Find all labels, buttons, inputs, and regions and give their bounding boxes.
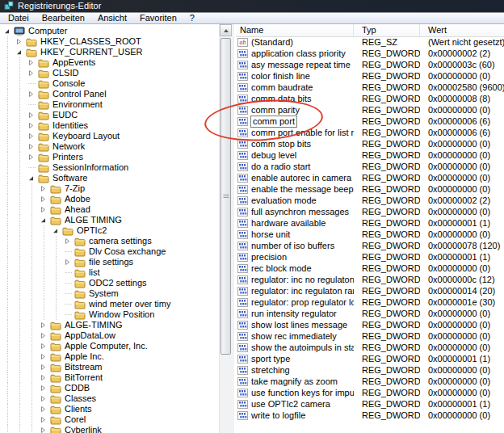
tree-item[interactable]: Ahead xyxy=(2,204,219,215)
expander-expanded-icon[interactable] xyxy=(26,173,38,183)
tree-item[interactable]: Clients xyxy=(2,404,219,414)
tree-item[interactable]: ALGE TIMING xyxy=(2,215,219,225)
list-row[interactable]: run intensity regulatorREG_DWORD0x000000… xyxy=(236,308,504,319)
list-row[interactable]: application class priorityREG_DWORD0x000… xyxy=(236,48,504,59)
tree-item[interactable]: CLSID xyxy=(2,68,219,78)
expander-collapsed-icon[interactable] xyxy=(26,131,38,141)
expander-collapsed-icon[interactable] xyxy=(14,36,26,47)
expander-collapsed-icon[interactable] xyxy=(38,320,50,330)
expander-expanded-icon[interactable] xyxy=(14,47,26,57)
tree-item[interactable]: Identities xyxy=(2,120,219,131)
tree-item[interactable]: Software xyxy=(2,173,219,183)
expander-collapsed-icon[interactable] xyxy=(38,204,50,215)
expander-collapsed-icon[interactable] xyxy=(62,257,74,267)
list-row[interactable]: use OPTIc2 cameraREG_DWORD0x00000001 (1) xyxy=(236,398,504,410)
menu-item-ansicht[interactable]: Ansicht xyxy=(91,13,133,23)
expander-collapsed-icon[interactable] xyxy=(38,351,50,362)
tree-item[interactable]: System xyxy=(2,288,219,299)
expander-collapsed-icon[interactable] xyxy=(62,236,74,246)
column-header-wert[interactable]: Wert xyxy=(420,24,504,36)
tree-item[interactable]: ODC2 settings xyxy=(2,278,219,288)
tree-item[interactable]: EUDC xyxy=(2,110,219,120)
tree-item[interactable]: AppDataLow xyxy=(2,330,219,341)
tree-item[interactable]: OPTIc2 xyxy=(2,225,219,236)
expander-collapsed-icon[interactable] xyxy=(26,152,38,162)
expander-expanded-icon[interactable] xyxy=(50,225,62,236)
tree-item[interactable]: AppEvents xyxy=(2,57,219,68)
list-row[interactable]: comm stop bitsREG_DWORD0x00000000 (0) xyxy=(236,138,504,149)
column-header-name[interactable]: Name xyxy=(236,24,354,36)
list-row[interactable]: comm port enable for list resultsREG_DWO… xyxy=(236,127,504,138)
column-header-typ[interactable]: Typ xyxy=(354,24,420,36)
tree-item[interactable]: BitTorrent xyxy=(2,372,219,383)
expander-collapsed-icon[interactable] xyxy=(38,393,50,404)
tree-item[interactable]: SessionInformation xyxy=(2,162,219,173)
tree-item[interactable]: Dlv Cosa exchange xyxy=(2,246,219,257)
tree-item[interactable]: 7-Zip xyxy=(2,183,219,194)
tree-item[interactable]: ALGE-TIMING xyxy=(2,320,219,330)
tree-item[interactable]: camera settings xyxy=(2,236,219,246)
list-row[interactable]: precisionREG_DWORD0x00000001 (1) xyxy=(236,251,504,263)
expander-expanded-icon[interactable] xyxy=(2,26,14,36)
list-row[interactable]: show the autoimpuls in start dial...REG_… xyxy=(236,342,504,353)
tree-item[interactable]: Adobe xyxy=(2,194,219,204)
expander-collapsed-icon[interactable] xyxy=(38,330,50,341)
tree-item[interactable]: HKEY_CLASSES_ROOT xyxy=(2,36,219,47)
list-row[interactable]: show lost lines messageREG_DWORD0x000000… xyxy=(236,319,504,330)
tree-item[interactable]: Window Position xyxy=(2,309,219,320)
list-row[interactable]: regulator: prop regulator loop gainREG_D… xyxy=(236,296,504,308)
tree-item[interactable]: Corel xyxy=(2,414,219,425)
list-row[interactable]: enable the message beepREG_DWORD0x000000… xyxy=(236,183,504,195)
tree-scrollbar[interactable] xyxy=(219,24,232,433)
expander-collapsed-icon[interactable] xyxy=(26,68,38,78)
expander-collapsed-icon[interactable] xyxy=(26,110,38,120)
menu-item-favoriten[interactable]: Favoriten xyxy=(133,13,183,23)
expander-collapsed-icon[interactable] xyxy=(26,57,38,68)
tree-item[interactable]: CDDB xyxy=(2,383,219,393)
list-row[interactable]: rec block modeREG_DWORD0x00000000 (0) xyxy=(236,263,504,274)
list-row[interactable]: comm parityREG_DWORD0x00000000 (0) xyxy=(236,104,504,116)
tree-item[interactable]: HKEY_CURRENT_USER xyxy=(2,47,219,57)
list-row[interactable]: stretchingREG_DWORD0x00000000 (0) xyxy=(236,364,504,376)
list-row[interactable]: regulator: inc regulaton rangeREG_DWORD0… xyxy=(236,285,504,296)
scrollbar-thumb[interactable] xyxy=(220,38,231,355)
list-row[interactable]: regulator: inc no regulaton rangeREG_DWO… xyxy=(236,274,504,285)
expander-collapsed-icon[interactable] xyxy=(38,183,50,194)
list-row[interactable]: do a radio startREG_DWORD0x00000000 (0) xyxy=(236,161,504,172)
list-row[interactable]: sport typeREG_DWORD0x00000001 (1) xyxy=(236,353,504,364)
expander-collapsed-icon[interactable] xyxy=(38,372,50,383)
list-row[interactable]: enable autorec in camera dialogREG_DWORD… xyxy=(236,172,504,183)
list-row[interactable]: take magnify as zoomREG_DWORD0x00000000 … xyxy=(236,376,504,387)
tree-item[interactable]: Classes xyxy=(2,393,219,404)
menu-item-hilfe[interactable]: ? xyxy=(183,13,201,23)
value-name-editbox[interactable]: comm port xyxy=(250,116,297,128)
tree-item[interactable]: Bitstream xyxy=(2,362,219,372)
list-row[interactable]: full asynchron messagesREG_DWORD0x000000… xyxy=(236,206,504,217)
tree-item[interactable]: Console xyxy=(2,78,219,89)
expander-collapsed-icon[interactable] xyxy=(38,362,50,372)
expander-collapsed-icon[interactable] xyxy=(38,383,50,393)
list-row[interactable]: color finish lineREG_DWORD0x00000000 (0) xyxy=(236,70,504,82)
expander-collapsed-icon[interactable] xyxy=(38,425,50,433)
expander-collapsed-icon[interactable] xyxy=(38,404,50,414)
tree-item[interactable]: Apple Inc. xyxy=(2,351,219,362)
tree-item[interactable]: Keyboard Layout xyxy=(2,131,219,141)
tree-item[interactable]: Control Panel xyxy=(2,89,219,99)
list-row[interactable]: use function keys for impulse so...REG_D… xyxy=(236,387,504,398)
expander-collapsed-icon[interactable] xyxy=(26,141,38,152)
list-row[interactable]: asy message repeat timeREG_DWORD0x000000… xyxy=(236,59,504,70)
menu-item-bearbeiten[interactable]: Bearbeiten xyxy=(36,13,91,23)
expander-expanded-icon[interactable] xyxy=(38,215,50,225)
list-row[interactable]: ab(Standard)REG_SZ(Wert nicht gesetzt) xyxy=(236,36,504,48)
list-row[interactable]: horse unitREG_DWORD0x00000000 (0) xyxy=(236,229,504,240)
tree-item[interactable]: Network xyxy=(2,141,219,152)
tree-item[interactable]: Printers xyxy=(2,152,219,162)
scrollbar-up-button[interactable] xyxy=(220,24,232,36)
list-row[interactable]: show rec immediatelyREG_DWORD0x00000000 … xyxy=(236,330,504,342)
expander-collapsed-icon[interactable] xyxy=(38,414,50,425)
list-row[interactable]: write to logfileREG_DWORD0x00000000 (0) xyxy=(236,410,504,421)
list-row[interactable]: hardware availableREG_DWORD0x00000001 (1… xyxy=(236,217,504,229)
tree-item[interactable]: Environment xyxy=(2,99,219,110)
list-row[interactable]: comm baudrateREG_DWORD0x00002580 (9600) xyxy=(236,82,504,93)
expander-collapsed-icon[interactable] xyxy=(26,120,38,131)
